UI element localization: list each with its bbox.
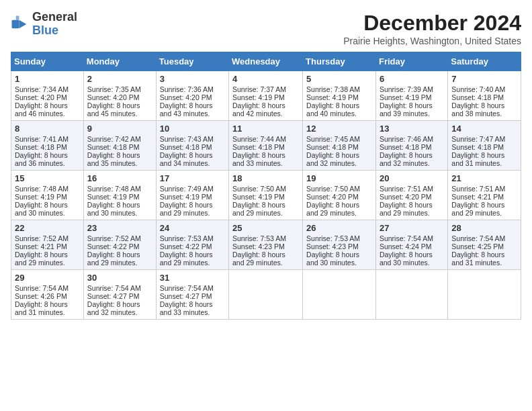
day-cell-21: 21Sunrise: 7:51 AMSunset: 4:21 PMDayligh… [448,171,521,220]
day-cell-4: 4Sunrise: 7:37 AMSunset: 4:19 PMDaylight… [229,71,303,121]
logo: General Blue [11,11,77,38]
day-cell-17: 17Sunrise: 7:49 AMSunset: 4:19 PMDayligh… [156,171,228,220]
day-number: 5 [306,74,372,84]
day-number: 19 [306,173,372,183]
day-number: 4 [232,74,299,84]
day-cell-28: 28Sunrise: 7:54 AMSunset: 4:25 PMDayligh… [448,220,521,270]
day-cell-1: 1Sunrise: 7:34 AMSunset: 4:20 PMDaylight… [11,71,84,121]
weekday-header-wednesday: Wednesday [229,52,303,71]
week-row-4: 22Sunrise: 7:52 AMSunset: 4:21 PMDayligh… [11,220,521,270]
day-cell-26: 26Sunrise: 7:53 AMSunset: 4:23 PMDayligh… [303,220,376,270]
day-cell-8: 8Sunrise: 7:41 AMSunset: 4:18 PMDaylight… [11,121,84,171]
week-row-1: 1Sunrise: 7:34 AMSunset: 4:20 PMDaylight… [11,71,521,121]
day-number: 14 [451,124,517,134]
weekday-header-thursday: Thursday [303,52,376,71]
day-cell-29: 29Sunrise: 7:54 AMSunset: 4:26 PMDayligh… [11,270,84,320]
weekday-header-monday: Monday [83,52,156,71]
day-cell-16: 16Sunrise: 7:48 AMSunset: 4:19 PMDayligh… [83,171,156,220]
logo-line2: Blue [32,24,77,38]
day-number: 16 [87,173,152,183]
logo-line1: General [32,11,77,24]
day-number: 28 [451,223,517,233]
week-row-3: 15Sunrise: 7:48 AMSunset: 4:19 PMDayligh… [11,171,521,220]
day-cell-13: 13Sunrise: 7:46 AMSunset: 4:18 PMDayligh… [375,121,447,171]
weekday-header-sunday: Sunday [11,52,84,71]
day-cell-24: 24Sunrise: 7:53 AMSunset: 4:22 PMDayligh… [156,220,228,270]
day-number: 26 [306,223,372,233]
day-cell-11: 11Sunrise: 7:44 AMSunset: 4:18 PMDayligh… [229,121,303,171]
empty-cell [303,270,376,320]
day-number: 20 [380,173,444,183]
week-row-2: 8Sunrise: 7:41 AMSunset: 4:18 PMDaylight… [11,121,521,171]
day-number: 18 [232,173,299,183]
month-title: December 2024 [343,11,521,36]
day-number: 30 [87,273,152,283]
day-number: 24 [160,223,225,233]
day-number: 10 [160,124,225,134]
page-header: General Blue December 2024 Prairie Heigh… [11,11,521,46]
day-cell-6: 6Sunrise: 7:39 AMSunset: 4:19 PMDaylight… [375,71,447,121]
logo-icon [11,15,30,34]
day-cell-5: 5Sunrise: 7:38 AMSunset: 4:19 PMDaylight… [303,71,376,121]
day-number: 27 [380,223,444,233]
day-number: 15 [15,173,80,183]
title-block: December 2024 Prairie Heights, Washingto… [343,11,521,46]
empty-cell [448,270,521,320]
svg-rect-2 [16,15,19,19]
location-subtitle: Prairie Heights, Washington, United Stat… [343,36,521,46]
day-number: 9 [87,124,152,134]
day-number: 25 [232,223,299,233]
svg-marker-1 [19,20,26,28]
day-cell-31: 31Sunrise: 7:54 AMSunset: 4:27 PMDayligh… [156,270,228,320]
day-cell-3: 3Sunrise: 7:36 AMSunset: 4:20 PMDaylight… [156,71,228,121]
day-number: 21 [451,173,517,183]
day-cell-12: 12Sunrise: 7:45 AMSunset: 4:18 PMDayligh… [303,121,376,171]
weekday-header-friday: Friday [375,52,447,71]
day-number: 6 [380,74,444,84]
day-cell-9: 9Sunrise: 7:42 AMSunset: 4:18 PMDaylight… [83,121,156,171]
day-cell-15: 15Sunrise: 7:48 AMSunset: 4:19 PMDayligh… [11,171,84,220]
day-cell-18: 18Sunrise: 7:50 AMSunset: 4:19 PMDayligh… [229,171,303,220]
day-cell-23: 23Sunrise: 7:52 AMSunset: 4:22 PMDayligh… [83,220,156,270]
weekday-header-tuesday: Tuesday [156,52,228,71]
svg-rect-0 [12,20,19,28]
weekday-header-row: SundayMondayTuesdayWednesdayThursdayFrid… [11,52,521,71]
day-number: 22 [15,223,80,233]
day-cell-25: 25Sunrise: 7:53 AMSunset: 4:23 PMDayligh… [229,220,303,270]
day-number: 23 [87,223,152,233]
day-cell-19: 19Sunrise: 7:50 AMSunset: 4:20 PMDayligh… [303,171,376,220]
day-number: 31 [160,273,225,283]
empty-cell [375,270,447,320]
day-number: 13 [380,124,444,134]
day-number: 11 [232,124,299,134]
day-number: 8 [15,124,80,134]
day-number: 17 [160,173,225,183]
day-cell-27: 27Sunrise: 7:54 AMSunset: 4:24 PMDayligh… [375,220,447,270]
day-cell-20: 20Sunrise: 7:51 AMSunset: 4:20 PMDayligh… [375,171,447,220]
day-number: 7 [451,74,517,84]
day-cell-7: 7Sunrise: 7:40 AMSunset: 4:18 PMDaylight… [448,71,521,121]
day-number: 12 [306,124,372,134]
day-cell-14: 14Sunrise: 7:47 AMSunset: 4:18 PMDayligh… [448,121,521,171]
empty-cell [229,270,303,320]
day-cell-10: 10Sunrise: 7:43 AMSunset: 4:18 PMDayligh… [156,121,228,171]
day-number: 1 [15,74,80,84]
day-cell-2: 2Sunrise: 7:35 AMSunset: 4:20 PMDaylight… [83,71,156,121]
week-row-5: 29Sunrise: 7:54 AMSunset: 4:26 PMDayligh… [11,270,521,320]
weekday-header-saturday: Saturday [448,52,521,71]
day-number: 29 [15,273,80,283]
day-cell-22: 22Sunrise: 7:52 AMSunset: 4:21 PMDayligh… [11,220,84,270]
calendar-table: SundayMondayTuesdayWednesdayThursdayFrid… [11,52,521,320]
day-number: 3 [160,74,225,84]
day-number: 2 [87,74,152,84]
day-cell-30: 30Sunrise: 7:54 AMSunset: 4:27 PMDayligh… [83,270,156,320]
